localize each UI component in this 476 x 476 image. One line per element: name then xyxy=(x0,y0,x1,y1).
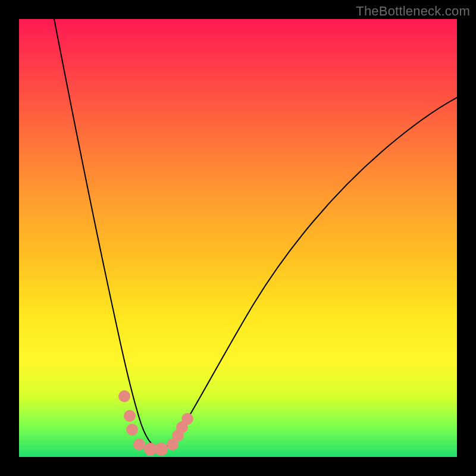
chart-frame: TheBottleneck.com xyxy=(0,0,476,476)
marker xyxy=(133,439,145,450)
plot-area xyxy=(19,19,457,457)
marker xyxy=(155,443,168,456)
marker xyxy=(118,390,130,402)
marker xyxy=(181,413,193,425)
marker xyxy=(126,424,138,436)
watermark-text: TheBottleneck.com xyxy=(356,4,470,19)
trough-markers xyxy=(118,390,193,456)
curve-path xyxy=(54,19,457,448)
bottleneck-curve xyxy=(19,19,457,457)
marker xyxy=(124,410,136,422)
